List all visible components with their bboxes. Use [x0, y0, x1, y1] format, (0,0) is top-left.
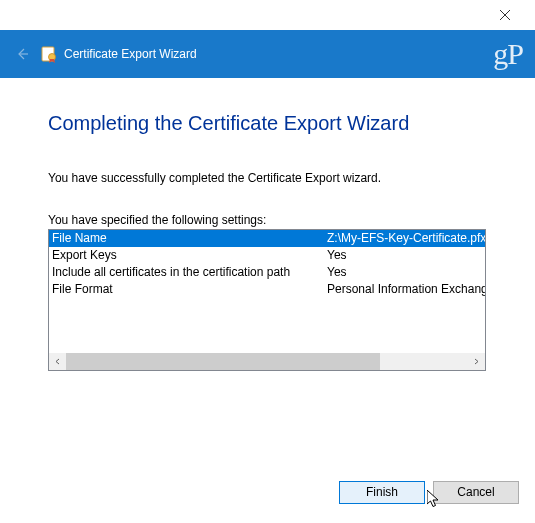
titlebar — [0, 0, 535, 30]
back-arrow-icon — [14, 46, 30, 62]
settings-row[interactable]: File FormatPersonal Information Exchange… — [49, 281, 485, 298]
cancel-button[interactable]: Cancel — [433, 481, 519, 504]
settings-row-label: File Name — [49, 230, 327, 247]
wizard-window: Certificate Export Wizard gP Completing … — [0, 0, 535, 523]
page-heading: Completing the Certificate Export Wizard — [48, 112, 491, 135]
settings-label: You have specified the following setting… — [48, 213, 491, 227]
close-button[interactable] — [485, 0, 525, 30]
settings-row[interactable]: File NameZ:\My-EFS-Key-Certificate.pfx — [49, 230, 485, 247]
settings-row-value: Z:\My-EFS-Key-Certificate.pfx — [327, 230, 485, 247]
button-row: Finish Cancel — [0, 475, 535, 523]
wizard-title: Certificate Export Wizard — [64, 47, 197, 61]
wizard-content: Completing the Certificate Export Wizard… — [0, 78, 535, 475]
settings-row-label: File Format — [49, 281, 327, 298]
horizontal-scrollbar[interactable] — [49, 353, 485, 370]
completion-message: You have successfully completed the Cert… — [48, 171, 491, 185]
settings-row-value: Yes — [327, 247, 485, 264]
settings-row-label: Include all certificates in the certific… — [49, 264, 327, 281]
scrollbar-thumb[interactable] — [66, 353, 380, 370]
settings-row-label: Export Keys — [49, 247, 327, 264]
scroll-right-button[interactable] — [468, 353, 485, 370]
wizard-header: Certificate Export Wizard gP — [0, 30, 535, 78]
scroll-left-button[interactable] — [49, 353, 66, 370]
settings-row-value: Yes — [327, 264, 485, 281]
settings-listview[interactable]: File NameZ:\My-EFS-Key-Certificate.pfxEx… — [48, 229, 486, 371]
watermark-logo: gP — [493, 30, 523, 78]
chevron-right-icon — [473, 358, 480, 365]
chevron-left-icon — [54, 358, 61, 365]
close-icon — [500, 10, 510, 20]
settings-row-value: Personal Information Exchange (*.pfx) — [327, 281, 485, 298]
certificate-icon — [40, 45, 58, 63]
finish-button[interactable]: Finish — [339, 481, 425, 504]
settings-row[interactable]: Include all certificates in the certific… — [49, 264, 485, 281]
scrollbar-track[interactable] — [66, 353, 468, 370]
settings-row[interactable]: Export KeysYes — [49, 247, 485, 264]
back-button[interactable] — [12, 44, 32, 64]
